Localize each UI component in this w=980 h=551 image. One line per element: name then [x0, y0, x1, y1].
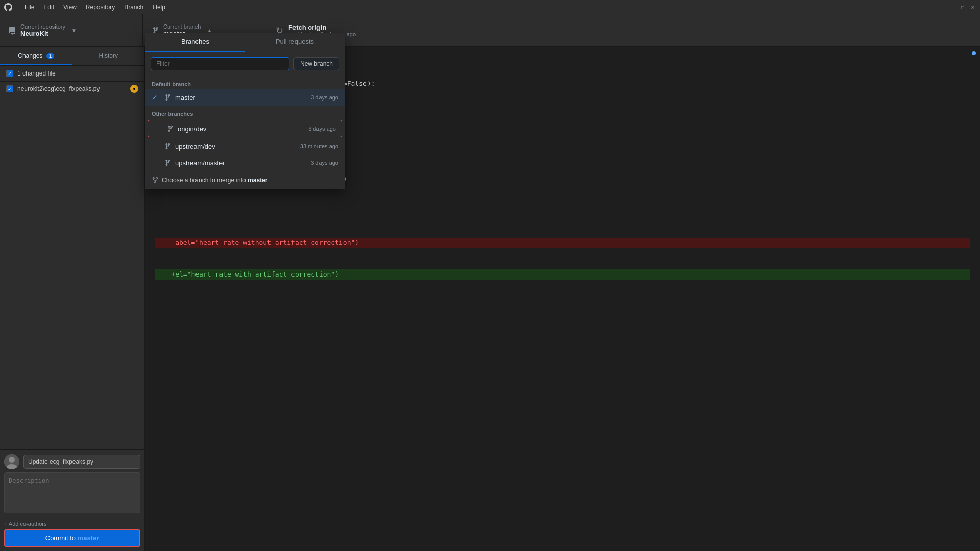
dropdown-search-row: New branch	[145, 52, 345, 76]
branch-name-origin-dev: origin/dev	[178, 125, 304, 133]
repo-icon	[8, 27, 16, 35]
description-textarea[interactable]	[4, 472, 140, 513]
merge-footer[interactable]: Choose a branch to merge into master	[145, 171, 345, 189]
branch-item-upstream-dev[interactable]: ✓ upstream/dev 33 minutes ago	[145, 138, 345, 155]
commit-message-area	[4, 454, 140, 469]
branch-item-master[interactable]: ✓ master 3 days ago	[145, 89, 345, 106]
title-bar: File Edit View Repository Branch Help — …	[0, 0, 980, 14]
github-logo-icon	[4, 3, 12, 11]
sidebar-tabs: Changes 1 History	[0, 47, 144, 66]
merge-icon	[152, 177, 159, 184]
code-line-deleted: -abel="heart rate without artifact corre…	[155, 238, 970, 248]
branch-time-master: 3 days ago	[311, 94, 338, 101]
filter-input[interactable]	[151, 57, 289, 70]
merge-text: Choose a branch to merge into master	[162, 177, 267, 184]
new-branch-button[interactable]: New branch	[293, 57, 339, 70]
default-branch-header: Default branch	[145, 76, 345, 89]
code-line-added: +el="heart rate with artifact correction…	[155, 269, 970, 280]
changes-badge: 1	[46, 53, 55, 59]
svg-point-1	[9, 457, 15, 463]
commit-message-input[interactable]	[23, 455, 140, 469]
add-coauthor-button[interactable]: + Add co-authors	[4, 519, 140, 529]
branch-name-master: master	[175, 94, 307, 102]
dropdown-tab-branches[interactable]: Branches	[145, 33, 245, 52]
menu-edit[interactable]: Edit	[39, 3, 58, 12]
menu-bar: File Edit View Repository Branch Help	[20, 3, 169, 12]
repo-chevron-icon: ▼	[71, 28, 77, 33]
branch-origin-dev-icon	[166, 125, 174, 132]
sidebar-bottom: + Add co-authors Commit to master	[0, 449, 144, 551]
branch-item-upstream-master[interactable]: ✓ upstream/master 3 days ago	[145, 155, 345, 171]
dropdown-tabs: Branches Pull requests	[145, 33, 345, 52]
branch-master-icon	[164, 94, 171, 101]
branch-time-upstream-dev: 33 minutes ago	[300, 143, 338, 149]
menu-view[interactable]: View	[59, 3, 81, 12]
branch-name-upstream-master: upstream/master	[175, 159, 307, 167]
notification-dot	[972, 51, 976, 55]
menu-repository[interactable]: Repository	[82, 3, 119, 12]
branch-label: Current branch	[163, 23, 201, 30]
branch-dropdown: Branches Pull requests New branch Defaul…	[145, 33, 345, 189]
branch-time-origin-dev: 3 days ago	[308, 126, 336, 132]
current-repo-section[interactable]: Current repository NeuroKit ▼	[0, 14, 143, 46]
sidebar: Changes 1 History ✓ 1 changed file ✓ neu…	[0, 47, 145, 551]
fetch-title: Fetch origin	[288, 23, 356, 31]
file-checkbox[interactable]: ✓	[6, 85, 13, 92]
branch-check-icon: ✓	[152, 93, 160, 102]
repo-label: Current repository	[20, 23, 65, 30]
file-item[interactable]: ✓ neurokit2\ecg\ecg_fixpeaks.py ●	[0, 82, 144, 96]
branch-name-upstream-dev: upstream/dev	[175, 143, 296, 151]
select-all-checkbox[interactable]: ✓	[6, 70, 13, 77]
repo-text-block: Current repository NeuroKit	[20, 23, 65, 37]
branch-time-upstream-master: 3 days ago	[311, 160, 338, 166]
code-line	[155, 206, 970, 216]
commit-button[interactable]: Commit to master	[4, 529, 140, 547]
menu-branch[interactable]: Branch	[120, 3, 148, 12]
maximize-button[interactable]: □	[960, 4, 966, 10]
changed-files-label: 1 changed file	[17, 70, 56, 77]
menu-help[interactable]: Help	[149, 3, 169, 12]
title-bar-left: File Edit View Repository Branch Help	[4, 3, 169, 12]
branch-item-origin-dev[interactable]: ✓ origin/dev 3 days ago	[148, 120, 342, 137]
tab-history[interactable]: History	[72, 47, 145, 65]
changed-files-header: ✓ 1 changed file	[0, 66, 144, 82]
dropdown-tab-prs[interactable]: Pull requests	[245, 33, 345, 52]
repo-name: NeuroKit	[20, 30, 65, 37]
window-controls: — □ ✕	[949, 4, 976, 10]
merge-target-branch: master	[248, 177, 267, 184]
file-modified-badge: ●	[130, 85, 138, 93]
other-branches-header: Other branches	[145, 106, 345, 119]
avatar	[4, 454, 19, 469]
menu-file[interactable]: File	[20, 3, 38, 12]
branch-upstream-dev-icon	[164, 143, 171, 150]
minimize-button[interactable]: —	[949, 4, 955, 10]
close-button[interactable]: ✕	[970, 4, 976, 10]
branch-upstream-master-icon	[164, 159, 171, 166]
tab-changes[interactable]: Changes 1	[0, 47, 72, 65]
file-path: neurokit2\ecg\ecg_fixpeaks.py	[17, 85, 126, 92]
